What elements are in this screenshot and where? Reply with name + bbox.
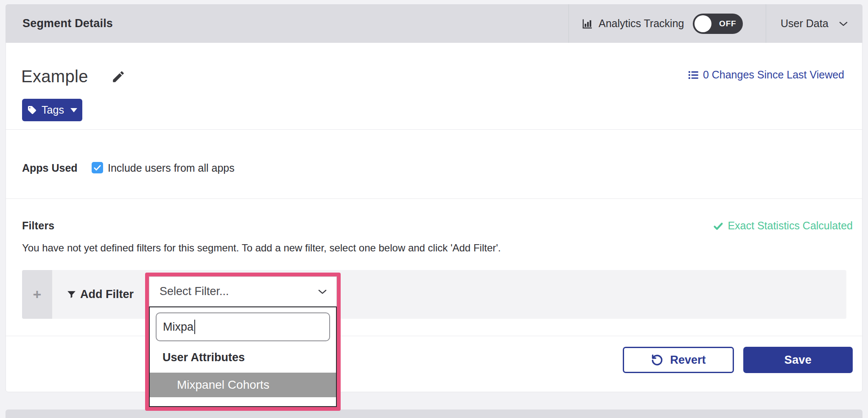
save-button-label: Save — [784, 354, 812, 367]
filters-description: You have not yet defined filters for thi… — [22, 242, 501, 254]
revert-button[interactable]: Revert — [623, 347, 734, 373]
toggle-state-label: OFF — [719, 19, 736, 28]
section-divider — [6, 198, 862, 199]
dropdown-option-label: Mixpanel Cohorts — [177, 378, 269, 392]
filter-select-placeholder: Select Filter... — [160, 285, 317, 298]
exact-statistics-status: Exact Statistics Calculated — [713, 220, 853, 232]
option-group-label: User Attributes — [162, 351, 336, 364]
header-divider — [568, 4, 569, 43]
add-filter-plus-button[interactable]: + — [22, 270, 52, 319]
changes-link-label: 0 Changes Since Last Viewed — [703, 69, 844, 81]
caret-down-icon — [70, 108, 77, 112]
include-all-apps-label: Include users from all apps — [108, 162, 235, 174]
filter-select-control[interactable]: Select Filter... — [149, 276, 337, 307]
tags-button-label: Tags — [42, 104, 64, 116]
tags-button[interactable]: Tags — [22, 99, 82, 121]
revert-button-label: Revert — [670, 354, 706, 367]
include-all-apps-checkbox[interactable] — [92, 162, 103, 173]
filters-heading: Filters — [22, 220, 54, 232]
filter-select-popover: Select Filter... Mixpa User Attributes M… — [145, 273, 341, 411]
user-data-label: User Data — [781, 17, 829, 30]
analytics-tracking-toggle[interactable]: OFF — [693, 14, 743, 34]
text-cursor — [194, 320, 195, 334]
analytics-tracking-control: Analytics Tracking OFF — [581, 4, 743, 43]
dropdown-option-mixpanel-cohorts[interactable]: Mixpanel Cohorts — [150, 373, 336, 397]
add-filter-button-label: Add Filter — [80, 288, 134, 301]
segment-name: Example — [21, 67, 88, 86]
header-divider — [766, 4, 766, 43]
filter-search-value: Mixpa — [163, 320, 193, 334]
save-button[interactable]: Save — [743, 347, 853, 373]
chevron-down-icon — [317, 286, 328, 297]
undo-icon — [651, 354, 664, 366]
section-divider — [6, 129, 862, 130]
toggle-knob — [694, 15, 711, 32]
next-section-bar — [6, 410, 862, 418]
segment-details-page: Segment Details Analytics Tracking OFF U… — [0, 0, 868, 418]
filter-dropdown-panel: Mixpa User Attributes Mixpanel Cohorts — [149, 307, 337, 407]
tag-icon — [27, 105, 37, 115]
edit-pencil-icon[interactable] — [111, 70, 126, 84]
changes-since-last-viewed-link[interactable]: 0 Changes Since Last Viewed — [688, 69, 844, 81]
plus-icon: + — [33, 286, 42, 303]
chevron-down-icon — [838, 18, 849, 29]
user-data-dropdown[interactable]: User Data — [781, 4, 849, 43]
checkmark-icon — [713, 221, 723, 231]
filter-search-input[interactable]: Mixpa — [156, 312, 330, 341]
apps-used-label: Apps Used — [22, 162, 78, 174]
check-icon — [93, 164, 101, 172]
bar-chart-icon — [581, 18, 593, 30]
section-divider — [6, 336, 862, 336]
page-title: Segment Details — [22, 4, 113, 43]
add-filter-button[interactable]: Add Filter — [66, 288, 134, 301]
analytics-tracking-label: Analytics Tracking — [599, 17, 684, 30]
list-icon — [688, 70, 699, 81]
exact-statistics-label: Exact Statistics Calculated — [728, 220, 853, 232]
filter-funnel-icon — [66, 289, 77, 300]
